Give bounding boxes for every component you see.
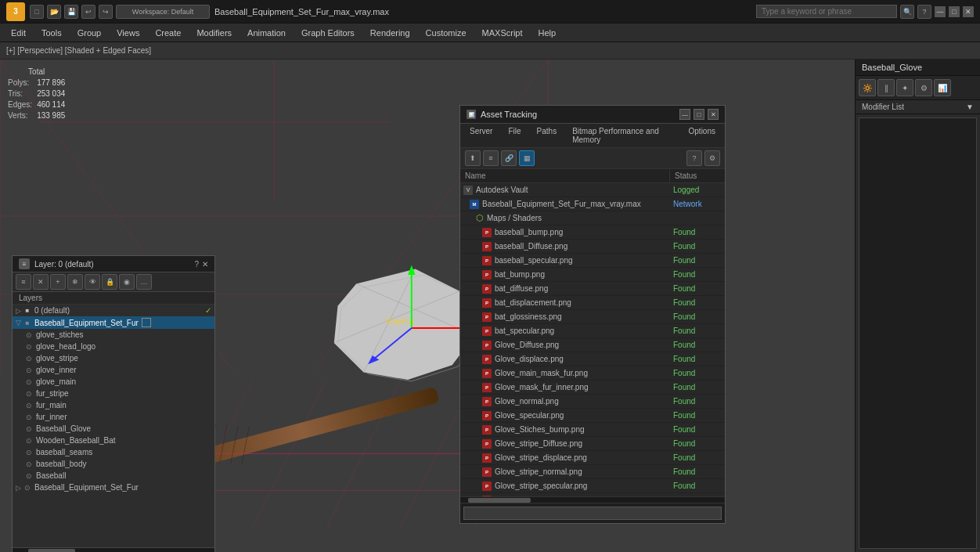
layer-tool-hide[interactable]: 👁 xyxy=(85,274,100,290)
asset-menu-server[interactable]: Server xyxy=(463,125,499,146)
asset-row[interactable]: P baseball_specular.png Found xyxy=(460,254,725,268)
asset-status: Found xyxy=(670,226,725,238)
asset-row[interactable]: P bat_glossiness.png Found xyxy=(460,310,725,324)
layer-tool-extra[interactable]: … xyxy=(136,274,152,290)
asset-minimize[interactable]: — xyxy=(679,109,690,120)
menu-group[interactable]: Group xyxy=(70,27,110,39)
list-item[interactable]: ⊙ Baseball_Glove xyxy=(13,423,214,435)
asset-menu-options[interactable]: Options xyxy=(683,125,722,146)
list-item[interactable]: ▷ ⊙ Baseball_Equipment_Set_Fur xyxy=(13,482,214,493)
asset-tool-2[interactable]: ≡ xyxy=(483,150,499,166)
modifier-list-label[interactable]: Modifier List ▼ xyxy=(856,100,980,114)
layer-tool-freeze[interactable]: ❄ xyxy=(67,274,83,290)
png-icon: P xyxy=(482,453,492,463)
new-button[interactable]: □ xyxy=(30,5,44,19)
asset-search-input[interactable] xyxy=(463,507,722,520)
list-item[interactable]: ⊙ glove_head_logo xyxy=(13,341,214,352)
open-button[interactable]: 📂 xyxy=(47,5,61,19)
menu-customize[interactable]: Customize xyxy=(418,27,474,39)
search-button[interactable]: 🔍 xyxy=(900,5,914,19)
minimize-button[interactable]: — xyxy=(935,6,946,17)
asset-row[interactable]: ⬡ Maps / Shaders xyxy=(460,211,725,225)
redo-button[interactable]: ↪ xyxy=(99,5,113,19)
asset-close[interactable]: ✕ xyxy=(708,109,719,120)
workspace-dropdown[interactable]: Workspace: Default xyxy=(116,5,210,19)
asset-row[interactable]: P Glove_mask_fur_inner.png Found xyxy=(460,381,725,395)
asset-row[interactable]: P Glove_main_mask_fur.png Found xyxy=(460,366,725,381)
asset-row[interactable]: P Glove_stripe_Diffuse.png Found xyxy=(460,437,725,451)
asset-menu-bitmap[interactable]: Bitmap Performance and Memory xyxy=(566,125,679,146)
list-item[interactable]: ⊙ fur_stripe xyxy=(13,388,214,399)
help-button[interactable]: ? xyxy=(917,5,931,19)
asset-tool-1[interactable]: ⬆ xyxy=(465,150,481,166)
viewport[interactable]: Total Polys: 177 896 Tris: 253 034 Edges… xyxy=(0,60,855,552)
undo-button[interactable]: ↩ xyxy=(81,5,95,19)
asset-tool-3[interactable]: 🔗 xyxy=(501,150,517,166)
layer-tool-add[interactable]: + xyxy=(50,274,66,290)
save-button[interactable]: 💾 xyxy=(64,5,78,19)
menu-edit[interactable]: Edit xyxy=(3,27,34,39)
menu-create[interactable]: Create xyxy=(147,27,189,39)
asset-row[interactable]: P bat_bump.png Found xyxy=(460,268,725,282)
search-input[interactable] xyxy=(756,5,897,18)
list-item[interactable]: ⊙ Wooden_Baseball_Bat xyxy=(13,435,214,446)
list-item[interactable]: ⊙ glove_inner xyxy=(13,364,214,376)
list-item[interactable]: ⊙ glove_main xyxy=(13,376,214,388)
list-item[interactable]: ⊙ glove_stiches xyxy=(13,329,214,341)
rp-icon-1[interactable]: 🔆 xyxy=(859,79,876,96)
layer-tool-render[interactable]: ◉ xyxy=(119,274,135,290)
layer-close-button[interactable]: ✕ xyxy=(202,260,208,269)
list-item[interactable]: ⊙ fur_main xyxy=(13,399,214,411)
asset-menu-file[interactable]: File xyxy=(502,125,527,146)
asset-scrollbar[interactable] xyxy=(460,496,725,503)
asset-row[interactable]: P Glove_stripe_specular.png Found xyxy=(460,479,725,493)
asset-row[interactable]: P baseball_bump.png Found xyxy=(460,225,725,240)
list-item[interactable]: ⊙ fur_inner xyxy=(13,411,214,423)
menu-maxscript[interactable]: MAXScript xyxy=(474,27,531,39)
layer-help-button[interactable]: ? xyxy=(194,260,199,269)
rp-icon-4[interactable]: ⚙ xyxy=(915,79,932,96)
asset-row[interactable]: V Autodesk Vault Logged xyxy=(460,183,725,197)
close-button[interactable]: ✕ xyxy=(963,6,974,17)
asset-tool-settings[interactable]: ⚙ xyxy=(704,150,720,166)
asset-maximize[interactable]: □ xyxy=(694,109,704,120)
menu-graph-editors[interactable]: Graph Editors xyxy=(294,27,362,39)
asset-tool-help[interactable]: ? xyxy=(686,150,702,166)
asset-table-body[interactable]: V Autodesk Vault Logged M Baseball_Equip… xyxy=(460,183,725,496)
asset-row[interactable]: P baseball_Diffuse.png Found xyxy=(460,240,725,254)
asset-row[interactable]: P Glove_displace.png Found xyxy=(460,352,725,366)
asset-row[interactable]: P bat_diffuse.png Found xyxy=(460,282,725,296)
asset-row[interactable]: P bat_displacement.png Found xyxy=(460,296,725,310)
list-item[interactable]: ▽ ■ Baseball_Equipment_Set_Fur xyxy=(13,316,214,329)
asset-row[interactable]: P Glove_stripe_normal.png Found xyxy=(460,465,725,479)
layer-tool-lock[interactable]: 🔒 xyxy=(102,274,117,290)
list-item[interactable]: ⊙ baseball_body xyxy=(13,458,214,470)
layer-scrollbar[interactable] xyxy=(13,547,214,552)
asset-row[interactable]: P bat_specular.png Found xyxy=(460,324,725,338)
menu-modifiers[interactable]: Modifiers xyxy=(189,27,240,39)
layer-list[interactable]: ▷ ■ 0 (default) ✓ ▽ ■ Baseball_Equipment… xyxy=(13,305,214,547)
list-item[interactable]: ⊙ glove_stripe xyxy=(13,352,214,364)
rp-icon-5[interactable]: 📊 xyxy=(934,79,951,96)
asset-row[interactable]: P Glove_normal.png Found xyxy=(460,395,725,409)
asset-tool-4[interactable]: ▦ xyxy=(519,150,535,166)
list-item[interactable]: ⊙ Baseball xyxy=(13,470,214,482)
layer-tool-delete[interactable]: ✕ xyxy=(33,274,49,290)
menu-animation[interactable]: Animation xyxy=(240,27,294,39)
asset-row[interactable]: P Glove_Stiches_bump.png Found xyxy=(460,423,725,437)
asset-row[interactable]: P Glove_Diffuse.png Found xyxy=(460,338,725,352)
layer-tool-layers[interactable]: ≡ xyxy=(16,274,31,290)
rp-icon-3[interactable]: ✦ xyxy=(896,79,913,96)
menu-tools[interactable]: Tools xyxy=(34,27,70,39)
asset-menu-paths[interactable]: Paths xyxy=(531,125,564,146)
rp-icon-2[interactable]: ∥ xyxy=(877,79,895,96)
asset-row[interactable]: P Glove_stripe_displace.png Found xyxy=(460,451,725,465)
list-item[interactable]: ⊙ baseball_seams xyxy=(13,446,214,458)
asset-row[interactable]: P Glove_specular.png Found xyxy=(460,409,725,423)
maximize-button[interactable]: □ xyxy=(949,6,960,17)
menu-rendering[interactable]: Rendering xyxy=(362,27,418,39)
asset-row[interactable]: M Baseball_Equipment_Set_Fur_max_vray.ma… xyxy=(460,197,725,211)
menu-views[interactable]: Views xyxy=(109,27,147,39)
menu-help[interactable]: Help xyxy=(531,27,564,39)
list-item[interactable]: ▷ ■ 0 (default) ✓ xyxy=(13,305,214,316)
